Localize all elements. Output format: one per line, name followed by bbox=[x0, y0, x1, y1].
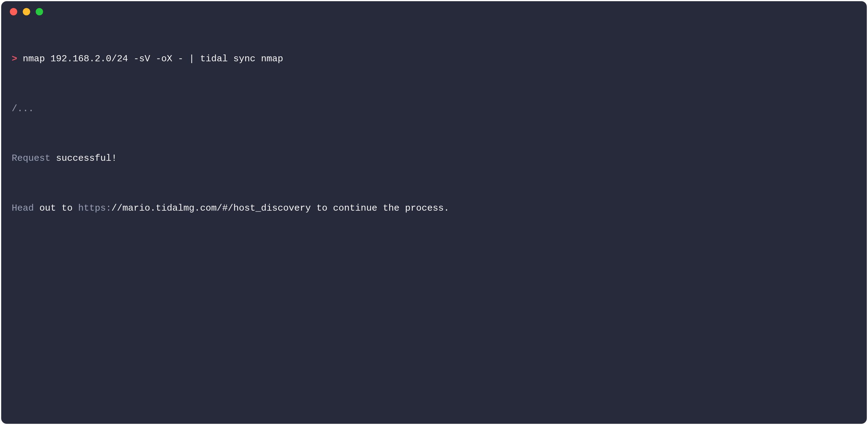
request-word: Request bbox=[12, 153, 51, 164]
titlebar bbox=[1, 1, 867, 19]
minimize-icon[interactable] bbox=[23, 8, 30, 16]
output-request-line: Request successful! bbox=[12, 152, 856, 165]
ellipsis-text: /... bbox=[12, 104, 34, 114]
head-word: Head bbox=[12, 203, 34, 214]
out-to-text: out to bbox=[34, 203, 78, 214]
terminal-window: > nmap 192.168.2.0/24 -sV -oX - | tidal … bbox=[1, 1, 867, 424]
output-head-line: Head out to https://mario.tidalmg.com/#/… bbox=[12, 202, 856, 215]
close-icon[interactable] bbox=[10, 8, 17, 16]
url-rest: //mario.tidalmg.com/#/host_discovery bbox=[112, 203, 311, 214]
terminal-body: > nmap 192.168.2.0/24 -sV -oX - | tidal … bbox=[1, 19, 867, 252]
zoom-icon[interactable] bbox=[36, 8, 43, 16]
command-text: nmap 192.168.2.0/24 -sV -oX - | tidal sy… bbox=[23, 54, 283, 64]
prompt-line: > nmap 192.168.2.0/24 -sV -oX - | tidal … bbox=[12, 53, 856, 65]
continue-text: to continue the process. bbox=[311, 203, 449, 214]
successful-text: successful! bbox=[51, 153, 117, 164]
output-ellipsis: /... bbox=[12, 103, 856, 115]
prompt-symbol: > bbox=[12, 54, 17, 64]
url-scheme: https: bbox=[78, 203, 112, 214]
